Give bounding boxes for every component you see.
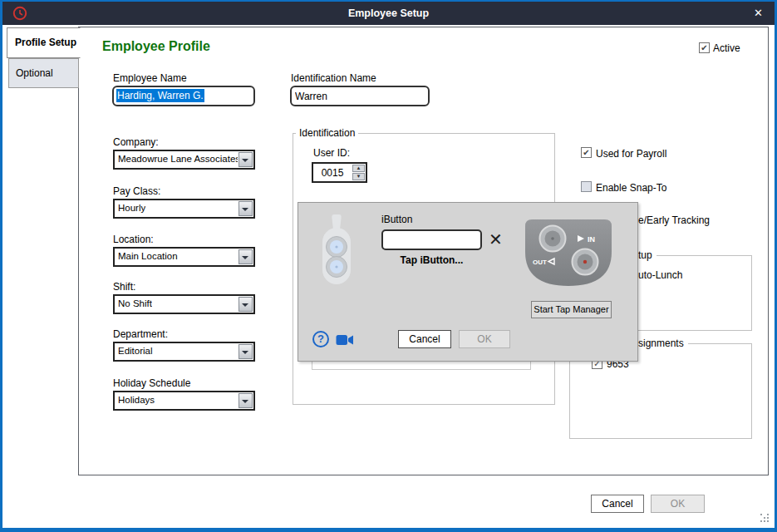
resize-grip[interactable] <box>760 514 770 524</box>
dropdown-arrow-icon[interactable] <box>239 249 253 264</box>
company-value: Meadowrue Lane Associates <box>118 154 238 164</box>
spin-up-icon[interactable]: ▲ <box>352 165 365 172</box>
reader-in-label: IN <box>588 235 595 244</box>
identification-name-label: Identification Name <box>291 72 376 84</box>
company-field: Company: Meadowrue Lane Associates <box>113 136 255 171</box>
location-value: Main Location <box>118 251 178 261</box>
reader-out-label: OUT <box>533 259 547 266</box>
selected-text: Harding, Warren G. <box>116 89 204 102</box>
user-id-label: User ID: <box>313 147 350 159</box>
assignments-legend-fragment: signments <box>638 337 688 349</box>
dropdown-arrow-icon[interactable] <box>239 297 253 312</box>
clear-x-icon[interactable]: ✕ <box>489 229 503 249</box>
dialog-cancel-button[interactable]: Cancel <box>398 330 451 348</box>
shift-field: Shift: No Shift <box>113 281 255 316</box>
dropdown-arrow-icon[interactable] <box>239 152 253 167</box>
holiday-schedule-value: Holidays <box>118 395 155 405</box>
location-field: Location: Main Location <box>113 234 255 268</box>
location-dropdown[interactable]: Main Location <box>113 247 255 267</box>
dropdown-arrow-icon[interactable] <box>239 201 253 216</box>
setup-legend-fragment: tup <box>638 249 657 261</box>
used-for-payroll-checkbox[interactable]: ✔ <box>581 147 592 158</box>
start-tap-manager-button[interactable]: Start Tap Manager <box>531 301 612 318</box>
spin-down-icon[interactable]: ▼ <box>352 173 365 180</box>
ibutton-input[interactable] <box>381 229 482 250</box>
holiday-schedule-label: Holiday Schedule <box>113 377 190 389</box>
tab-profile-setup[interactable]: Profile Setup <box>7 27 81 58</box>
identification-name-input[interactable] <box>290 86 430 106</box>
company-dropdown[interactable]: Meadowrue Lane Associates <box>113 150 255 170</box>
user-id-value: 0015 <box>313 167 352 179</box>
department-value: Editorial <box>118 346 153 356</box>
dialog-ok-button[interactable]: OK <box>459 330 510 348</box>
window-border <box>0 0 777 2</box>
help-icon[interactable]: ? <box>312 331 329 347</box>
shift-dropdown[interactable]: No Shift <box>113 294 255 314</box>
active-checkbox[interactable]: ✔ <box>699 42 710 53</box>
holiday-schedule-field: Holiday Schedule Holidays <box>113 377 255 412</box>
location-label: Location: <box>113 234 154 245</box>
user-id-spinner[interactable]: 0015 ▲ ▼ <box>312 162 367 183</box>
window-title: Employee Setup <box>2 7 775 19</box>
pay-class-value: Hourly <box>118 203 145 213</box>
page-title: Employee Profile <box>102 39 210 54</box>
enable-snap-to-checkbox[interactable] <box>581 181 592 192</box>
window-border <box>0 528 777 532</box>
department-dropdown[interactable]: Editorial <box>113 342 255 362</box>
holiday-schedule-dropdown[interactable]: Holidays <box>113 391 255 411</box>
enable-snap-to-label: Enable Snap-To <box>596 182 666 194</box>
window-border <box>0 0 2 532</box>
ok-button[interactable]: OK <box>651 495 705 513</box>
spinner-buttons: ▲ ▼ <box>352 165 365 180</box>
shift-value: No Shift <box>118 298 152 308</box>
dropdown-arrow-icon[interactable] <box>239 344 253 359</box>
late-early-tracking-label-fragment: e/Early Tracking <box>638 214 710 226</box>
department-field: Department: Editorial <box>113 328 255 363</box>
tap-ibutton-prompt: Tap iButton... <box>381 254 482 266</box>
employee-name-input[interactable]: Harding, Warren G. <box>112 86 255 106</box>
tab-optional[interactable]: Optional <box>8 58 79 88</box>
pay-class-label: Pay Class: <box>113 185 160 197</box>
employee-name-label: Employee Name <box>113 72 187 84</box>
ibutton-label: iButton <box>381 214 412 225</box>
dropdown-arrow-icon[interactable] <box>239 393 253 408</box>
ibutton-fob-image <box>320 214 353 297</box>
close-icon[interactable]: ✕ <box>754 7 763 20</box>
check-icon: ✔ <box>701 43 707 52</box>
shift-label: Shift: <box>113 281 135 293</box>
pay-class-field: Pay Class: Hourly <box>113 185 255 220</box>
cancel-button[interactable]: Cancel <box>591 495 644 513</box>
ibutton-reader-image: IN OUT <box>523 217 614 289</box>
titlebar: Employee Setup ✕ <box>2 2 775 25</box>
check-icon: ✔ <box>583 148 589 157</box>
used-for-payroll-label: Used for Payroll <box>596 148 666 160</box>
camera-icon[interactable] <box>336 333 354 347</box>
department-label: Department: <box>113 328 168 340</box>
identification-legend: Identification <box>296 127 358 139</box>
ibutton-dialog: iButton ✕ Tap iButton... IN OUT <box>298 202 638 362</box>
auto-lunch-label-fragment: uto-Lunch <box>638 269 682 281</box>
company-label: Company: <box>113 136 159 148</box>
active-label: Active <box>713 42 740 54</box>
employee-setup-window: Employee Setup ✕ Profile Setup Optional … <box>0 0 777 532</box>
pay-class-dropdown[interactable]: Hourly <box>113 199 255 219</box>
